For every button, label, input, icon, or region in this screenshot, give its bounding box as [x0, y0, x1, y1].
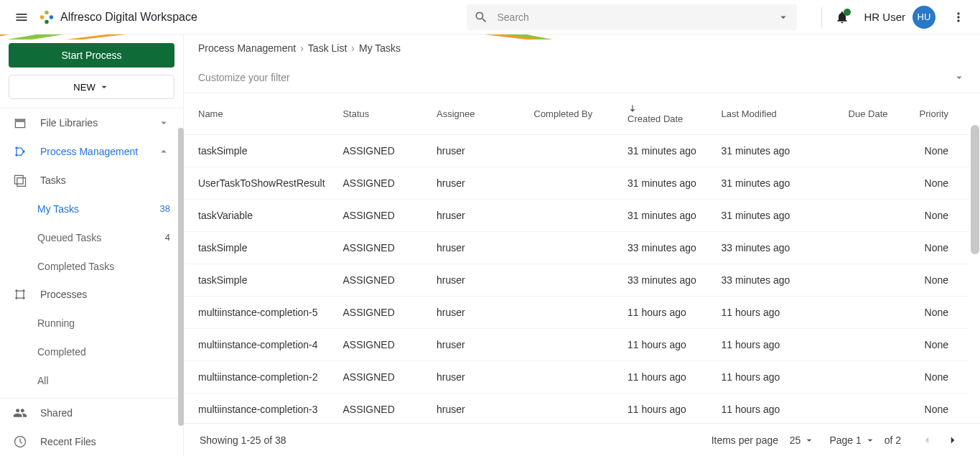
- sidebar-item-queued-tasks[interactable]: Queued Tasks 4: [0, 223, 183, 252]
- avatar[interactable]: HU: [913, 6, 935, 29]
- sidebar-item-file-libraries[interactable]: File Libraries: [0, 108, 183, 137]
- cell-name: multiinstance-completion-4: [184, 329, 334, 361]
- svg-rect-7: [15, 175, 24, 184]
- items-per-page[interactable]: Items per page 25: [711, 434, 816, 446]
- chevron-down-icon: [98, 81, 110, 93]
- table-row[interactable]: multiinstance-completion-2ASSIGNEDhruser…: [184, 361, 969, 394]
- people-icon: [13, 406, 30, 420]
- table-row[interactable]: multiinstance-completion-4ASSIGNEDhruser…: [184, 329, 969, 361]
- cell-due: [810, 329, 896, 361]
- chevron-right-icon: ›: [351, 42, 355, 54]
- notifications-button[interactable]: [835, 10, 849, 24]
- notification-dot-icon: [844, 9, 851, 16]
- cell-name: multiinstance-completion-5: [184, 297, 334, 329]
- table-row[interactable]: taskSimpleASSIGNEDhruser33 minutes ago33…: [184, 264, 969, 297]
- cell-created: 31 minutes ago: [619, 200, 713, 232]
- column-assignee[interactable]: Assignee: [428, 93, 526, 135]
- sidebar-item-recent-files[interactable]: Recent Files: [0, 427, 183, 456]
- pagination-showing: Showing 1-25 of 38: [200, 434, 286, 446]
- processes-icon: [13, 287, 30, 302]
- start-process-button[interactable]: Start Process: [9, 43, 174, 68]
- cell-name: UserTaskToShowRestResult: [184, 167, 334, 200]
- cell-completed-by: [526, 297, 620, 329]
- svg-point-11: [22, 290, 24, 292]
- new-button[interactable]: NEW: [9, 75, 174, 99]
- library-icon: [13, 116, 30, 130]
- app-title: Alfresco Digital Workspace: [60, 11, 197, 24]
- table-row[interactable]: multiinstance-completion-3ASSIGNEDhruser…: [184, 394, 969, 424]
- svg-point-9: [15, 290, 17, 292]
- table-row[interactable]: taskSimpleASSIGNEDhruser33 minutes ago33…: [184, 232, 969, 264]
- search-box[interactable]: [467, 4, 797, 30]
- table-row[interactable]: multiinstance-completion-5ASSIGNEDhruser…: [184, 297, 969, 329]
- cell-due: [810, 167, 896, 200]
- cell-modified: 31 minutes ago: [713, 167, 811, 200]
- cell-status: ASSIGNED: [334, 264, 428, 297]
- sidebar-label: Tasks: [40, 175, 66, 186]
- sidebar-item-completed-tasks[interactable]: Completed Tasks: [0, 252, 183, 281]
- search-icon: [474, 10, 488, 24]
- cell-assignee: hruser: [428, 394, 526, 424]
- sidebar-label: All: [37, 375, 49, 386]
- column-name[interactable]: Name: [184, 93, 334, 135]
- hamburger-menu-button[interactable]: [9, 4, 34, 30]
- cell-due: [810, 200, 896, 232]
- prev-page-button[interactable]: [915, 429, 938, 452]
- cell-name: multiinstance-completion-3: [184, 394, 334, 424]
- search-input[interactable]: [497, 11, 777, 23]
- expand-filter-button[interactable]: [953, 71, 966, 84]
- sidebar-label: Recent Files: [40, 436, 96, 447]
- column-status[interactable]: Status: [334, 93, 428, 135]
- cell-created: 33 minutes ago: [619, 232, 713, 264]
- cell-assignee: hruser: [428, 200, 526, 232]
- tasks-icon: [13, 173, 30, 187]
- more-menu-button[interactable]: [946, 4, 971, 30]
- breadcrumb: Process Management › Task List › My Task…: [184, 34, 980, 62]
- column-last-modified[interactable]: Last Modified: [713, 93, 811, 135]
- sort-desc-icon: [627, 103, 638, 113]
- next-page-button[interactable]: [941, 429, 964, 452]
- tasks-table: Name Status Assignee Completed By Create…: [184, 93, 969, 423]
- cell-priority: None: [897, 135, 969, 167]
- table-row[interactable]: taskVariableASSIGNEDhruser31 minutes ago…: [184, 200, 969, 232]
- column-due-date[interactable]: Due Date: [810, 93, 896, 135]
- table-row[interactable]: UserTaskToShowRestResultASSIGNEDhruser31…: [184, 167, 969, 200]
- column-created-date[interactable]: Created Date: [619, 93, 713, 135]
- chevron-left-icon: [920, 434, 933, 447]
- cell-priority: None: [897, 361, 969, 394]
- cell-status: ASSIGNED: [334, 167, 428, 200]
- column-priority[interactable]: Priority: [897, 93, 969, 135]
- search-dropdown-icon[interactable]: [777, 11, 790, 24]
- svg-point-1: [40, 15, 45, 19]
- sidebar-item-running[interactable]: Running: [0, 309, 183, 338]
- cell-priority: None: [897, 264, 969, 297]
- chevron-up-icon: [157, 145, 170, 158]
- breadcrumb-item[interactable]: Process Management: [198, 42, 296, 54]
- page-selector[interactable]: Page 1 of 2: [829, 434, 901, 446]
- table-row[interactable]: taskSimpleASSIGNEDhruser31 minutes ago31…: [184, 135, 969, 167]
- column-completed-by[interactable]: Completed By: [526, 93, 620, 135]
- cell-name: multiinstance-completion-2: [184, 361, 334, 394]
- cell-created: 11 hours ago: [619, 297, 713, 329]
- cell-status: ASSIGNED: [334, 232, 428, 264]
- sidebar-item-all[interactable]: All: [0, 366, 183, 395]
- sidebar-label: Completed: [37, 346, 86, 358]
- cell-status: ASSIGNED: [334, 200, 428, 232]
- sidebar-item-process-management[interactable]: Process Management: [0, 137, 183, 166]
- cell-completed-by: [526, 167, 620, 200]
- cell-created: 11 hours ago: [619, 329, 713, 361]
- filter-placeholder[interactable]: Customize your filter: [198, 72, 290, 83]
- sidebar-label: Queued Tasks: [37, 232, 101, 243]
- process-icon: [13, 144, 30, 159]
- sidebar-item-tasks[interactable]: Tasks: [0, 166, 183, 195]
- sidebar-item-my-tasks[interactable]: My Tasks 38: [0, 195, 183, 223]
- cell-name: taskVariable: [184, 200, 334, 232]
- svg-point-5: [15, 154, 17, 156]
- sidebar-item-processes[interactable]: Processes: [0, 281, 183, 310]
- table-scrollbar[interactable]: [971, 125, 979, 254]
- sidebar-scrollbar[interactable]: [178, 128, 184, 426]
- breadcrumb-item[interactable]: Task List: [308, 42, 347, 54]
- svg-rect-8: [17, 177, 26, 186]
- sidebar-item-shared[interactable]: Shared: [0, 399, 183, 427]
- sidebar-item-completed[interactable]: Completed: [0, 338, 183, 366]
